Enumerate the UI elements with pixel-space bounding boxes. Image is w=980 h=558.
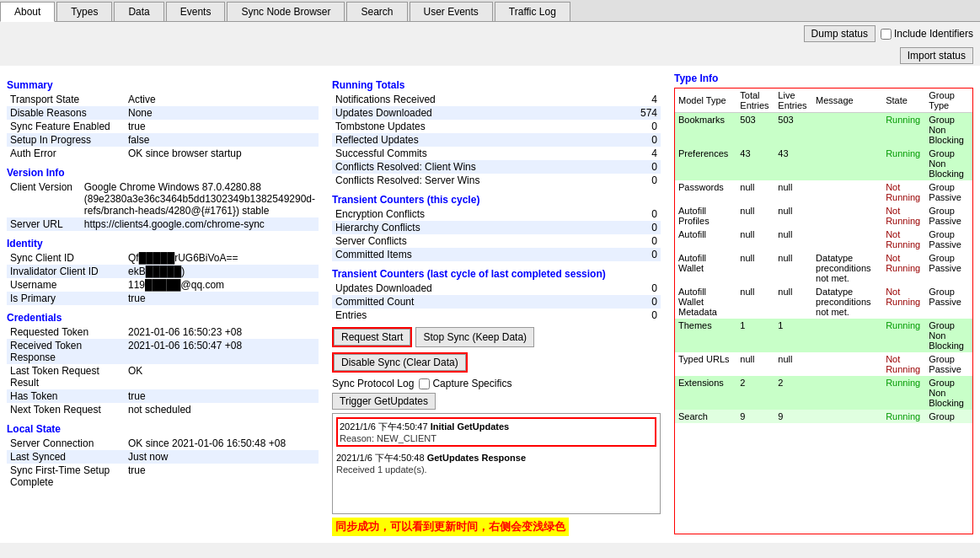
identity-table: Sync Client IDQf█████rUG6BiVoA==Invalida… xyxy=(7,251,319,305)
table-row: Disable ReasonsNone xyxy=(7,106,319,120)
row-key: Server Conflicts xyxy=(332,234,619,248)
protocol-log-area[interactable]: 2021/1/6 下午4:50:47 Initial GetUpdates Re… xyxy=(332,413,661,514)
type-cell: Autofill Wallet Metadata xyxy=(675,285,736,319)
table-row: Sync First-Time Setup Completetrue xyxy=(7,464,319,489)
type-cell: Autofill Profiles xyxy=(675,204,736,228)
local-state-table: Server ConnectionOK since 2021-01-06 16:… xyxy=(7,437,319,489)
col-state: State xyxy=(882,89,925,113)
type-cell: null xyxy=(736,285,774,319)
type-cell: 9 xyxy=(736,410,774,423)
row-value: 2021-01-06 16:50:23 +08 xyxy=(125,325,319,339)
tab-bar: About Types Data Events Sync Node Browse… xyxy=(0,0,980,22)
log-reason-1: Reason: NEW_CLIENT xyxy=(340,433,436,443)
summary-table: Transport StateActiveDisable ReasonsNone… xyxy=(7,93,319,160)
type-cell: Autofill Wallet xyxy=(675,251,736,285)
row-value: 0 xyxy=(619,248,661,261)
type-cell: Group Passive xyxy=(925,352,972,376)
type-cell: Group Passive xyxy=(925,285,972,319)
import-status-button[interactable]: Import status xyxy=(900,47,973,64)
row-value: OK xyxy=(125,364,319,389)
tab-sync-node-browser[interactable]: Sync Node Browser xyxy=(227,2,345,21)
row-value: Just now xyxy=(125,450,319,464)
import-row: Import status xyxy=(0,46,980,66)
protocol-log-header-row: Sync Protocol Log Capture Specifics xyxy=(332,378,661,389)
type-cell: null xyxy=(736,204,774,228)
type-row: Typed URLsnullnullNot RunningGroup Passi… xyxy=(675,352,972,376)
row-key: Updates Downloaded xyxy=(332,106,619,120)
annotation-text: 同步成功，可以看到更新时间，右侧会变浅绿色 xyxy=(332,518,569,536)
row-value: https://clients4.google.com/chrome-sync xyxy=(81,217,319,231)
credentials-table: Requested Token2021-01-06 16:50:23 +08Re… xyxy=(7,325,319,416)
row-key: Username xyxy=(7,278,125,292)
table-row: Updates Downloaded0 xyxy=(332,282,661,295)
row-key: Is Primary xyxy=(7,292,125,305)
row-key: Last Token Request Result xyxy=(7,364,125,389)
dump-status-button[interactable]: Dump status xyxy=(804,25,876,42)
transient-counters-header: Transient Counters (this cycle) xyxy=(332,194,661,206)
row-key: Invalidator Client ID xyxy=(7,265,125,278)
row-key: Sync Client ID xyxy=(7,251,125,265)
row-value: None xyxy=(125,106,319,120)
col-live: Live Entries xyxy=(774,89,812,113)
row-key: Has Token xyxy=(7,389,125,403)
row-value: OK since browser startup xyxy=(125,147,319,160)
tab-user-events[interactable]: User Events xyxy=(410,2,493,21)
tab-search[interactable]: Search xyxy=(346,2,407,21)
include-identifiers-checkbox[interactable] xyxy=(881,29,892,40)
type-cell: null xyxy=(774,180,812,204)
type-cell: null xyxy=(774,204,812,228)
stop-sync-button[interactable]: Stop Sync (Keep Data) xyxy=(415,327,534,347)
row-key: Committed Count xyxy=(332,295,619,309)
type-row: Autofill WalletnullnullDatatype precondi… xyxy=(675,251,972,285)
row-key: Conflicts Resolved: Client Wins xyxy=(332,160,619,174)
row-value: true xyxy=(125,292,319,305)
row-key: Sync Feature Enabled xyxy=(7,120,125,133)
row-value: 0 xyxy=(619,160,661,174)
request-start-button[interactable]: Request Start xyxy=(334,329,410,346)
trigger-get-updates-button[interactable]: Trigger GetUpdates xyxy=(332,393,436,410)
left-column: Summary Transport StateActiveDisable Rea… xyxy=(7,72,319,536)
type-row: Search99RunningGroup xyxy=(675,410,972,423)
row-key: Client Version xyxy=(7,180,81,217)
table-row: Transport StateActive xyxy=(7,93,319,106)
table-row: Server Conflicts0 xyxy=(332,234,661,248)
state-cell: Not Running xyxy=(882,228,925,251)
table-row: Conflicts Resolved: Client Wins0 xyxy=(332,160,661,174)
tab-about[interactable]: About xyxy=(0,2,55,22)
table-row: Reflected Updates0 xyxy=(332,133,661,147)
identity-header: Identity xyxy=(7,238,319,249)
row-key: Setup In Progress xyxy=(7,133,125,147)
row-key: Encryption Conflicts xyxy=(332,207,619,221)
table-row: Hierarchy Conflicts0 xyxy=(332,221,661,234)
table-row: Is Primarytrue xyxy=(7,292,319,305)
type-cell: null xyxy=(736,352,774,376)
row-value: not scheduled xyxy=(125,403,319,416)
tab-data[interactable]: Data xyxy=(114,2,163,21)
tab-traffic-log[interactable]: Traffic Log xyxy=(495,2,570,21)
disable-sync-button[interactable]: Disable Sync (Clear Data) xyxy=(334,354,466,371)
capture-specifics-checkbox[interactable] xyxy=(419,378,430,389)
state-cell: Not Running xyxy=(882,285,925,319)
type-cell xyxy=(812,228,882,251)
row-key: Auth Error xyxy=(7,147,125,160)
transient-table: Encryption Conflicts0Hierarchy Conflicts… xyxy=(332,207,661,261)
table-row: Next Token Requestnot scheduled xyxy=(7,403,319,416)
col-total: Total Entries xyxy=(736,89,774,113)
row-value: true xyxy=(125,464,319,489)
protocol-log-section: Sync Protocol Log Capture Specifics Trig… xyxy=(332,378,661,536)
type-cell: Group Passive xyxy=(925,228,972,251)
tab-events[interactable]: Events xyxy=(166,2,226,21)
tab-types[interactable]: Types xyxy=(56,2,112,21)
type-table-container[interactable]: Model Type Total Entries Live Entries Me… xyxy=(674,88,973,534)
row-key: Reflected Updates xyxy=(332,133,619,147)
type-cell: Group xyxy=(925,410,972,423)
table-row: Tombstone Updates0 xyxy=(332,120,661,133)
type-cell: null xyxy=(774,228,812,251)
log-title-2: GetUpdates Response xyxy=(427,453,526,463)
row-key: Sync First-Time Setup Complete xyxy=(7,464,125,489)
table-row: Committed Items0 xyxy=(332,248,661,261)
state-cell: Running xyxy=(882,113,925,148)
table-row: Invalidator Client IDekB█████) xyxy=(7,265,319,278)
include-identifiers-label: Include Identifiers xyxy=(881,28,973,40)
table-row: Server URLhttps://clients4.google.com/ch… xyxy=(7,217,319,231)
